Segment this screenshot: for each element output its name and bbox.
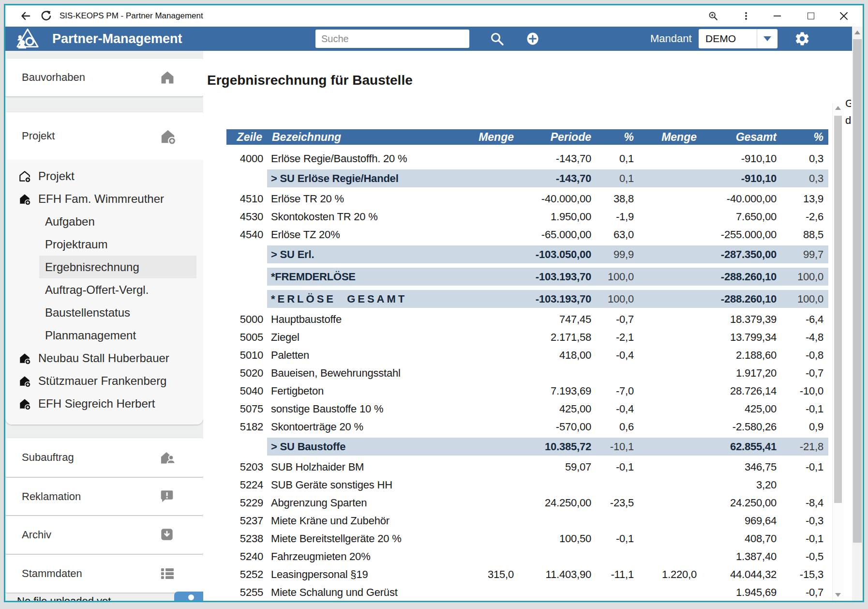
table-row[interactable]: 5182Skontoerträge 20 %-570,000,6-2.580,2… bbox=[226, 418, 828, 436]
scroll-down-icon[interactable] bbox=[835, 593, 841, 597]
close-button[interactable] bbox=[839, 12, 848, 20]
table-row[interactable]: 5238Miete Bereitstellgeräte 20 %100,50-0… bbox=[226, 530, 828, 548]
sidebar-item-bauvorhaben[interactable]: Bauvorhaben bbox=[5, 59, 203, 96]
tree-item[interactable]: EFH Fam. Wimmreuther bbox=[5, 187, 203, 210]
house-add-filled-icon bbox=[18, 192, 31, 206]
table-row[interactable]: 5224SUB Geräte sonstiges HH3,20 bbox=[226, 476, 828, 494]
table-cell bbox=[519, 583, 596, 601]
refresh-icon[interactable] bbox=[40, 10, 52, 22]
tree-item[interactable]: Planmanagement bbox=[5, 324, 203, 347]
add-icon[interactable] bbox=[525, 31, 540, 46]
search-icon[interactable] bbox=[490, 31, 504, 46]
upload-status-text: No file uploaded yet bbox=[5, 595, 203, 601]
table-cell bbox=[639, 548, 702, 565]
table-row[interactable]: 5075sonstige Baustoffe 10 %425,00-0,4425… bbox=[226, 400, 828, 418]
sidebar-item-archiv[interactable]: Archiv bbox=[5, 516, 203, 554]
table-cell: -143,70 bbox=[519, 167, 596, 190]
table-row[interactable]: 4530Skontokosten TR 20 %1.950,00-1,97.65… bbox=[226, 208, 828, 226]
table-cell: 10.385,72 bbox=[519, 436, 596, 458]
tree-item-label: Planmanagement bbox=[45, 329, 136, 342]
sidebar-item-label: Stammdaten bbox=[22, 555, 82, 593]
sidebar-item-stammdaten[interactable]: Stammdaten bbox=[5, 555, 203, 593]
minimize-button[interactable] bbox=[774, 15, 781, 16]
menu-kebab-icon[interactable] bbox=[741, 11, 751, 21]
search-input[interactable] bbox=[315, 30, 469, 48]
table-cell: 63,0 bbox=[596, 226, 639, 244]
table-cell: Baueisen, Bewehrungsstahl bbox=[267, 364, 461, 382]
table-cell bbox=[639, 150, 702, 167]
table-row[interactable]: 5203SUB Holzhaider BM59,07-0,1346,75-0,1 bbox=[226, 458, 828, 476]
tree-item[interactable]: Neubau Stall Huberbauer bbox=[5, 347, 203, 369]
table-cell bbox=[639, 436, 702, 458]
table-cell: 5203 bbox=[226, 458, 267, 476]
table-row[interactable]: *FREMDERLÖSE-103.193,70100,0-288.260,101… bbox=[226, 266, 828, 288]
tree-item[interactable]: EFH Siegreich Herbert bbox=[5, 392, 203, 415]
scroll-up-icon[interactable] bbox=[854, 30, 860, 34]
table-cell: 5238 bbox=[226, 530, 267, 548]
tree-item-label: Neubau Stall Huberbauer bbox=[38, 351, 169, 365]
sidebar-item-subauftrag[interactable]: Subauftrag bbox=[5, 438, 203, 477]
table-cell: 88,5 bbox=[781, 226, 828, 244]
table-cell: 5000 bbox=[226, 310, 267, 328]
table-cell bbox=[461, 244, 519, 266]
table-cell bbox=[596, 548, 639, 565]
table-row[interactable]: 5020Baueisen, Bewehrungsstahl1.917,20-0,… bbox=[226, 364, 828, 382]
tree-item[interactable]: Aufgaben bbox=[5, 210, 203, 233]
settings-gear-icon[interactable] bbox=[794, 30, 810, 47]
table-cell bbox=[461, 583, 519, 601]
tree-item[interactable]: Stützmauer Frankenberg bbox=[5, 369, 203, 392]
table-row[interactable]: > SU Erlöse Regie/Handel-143,700,1-910,1… bbox=[226, 167, 828, 190]
house-add-filled-icon bbox=[18, 374, 31, 388]
mandant-select[interactable]: DEMO bbox=[699, 29, 778, 48]
table-row[interactable]: 5237Miete Kräne und Zubehör969,64-0,3 bbox=[226, 512, 828, 530]
table-row[interactable]: 5240Fahrzeugmieten 20%1.387,40-0,5 bbox=[226, 548, 828, 565]
zoom-page-icon[interactable] bbox=[708, 11, 719, 22]
table-row[interactable]: 5040Fertigbeton7.193,69-7,028.726,14-10,… bbox=[226, 382, 828, 400]
report-scrollbar-thumb[interactable] bbox=[834, 116, 842, 503]
sidebar-item-projekt[interactable]: Projekt bbox=[5, 112, 203, 160]
table-row[interactable]: 5010Paletten418,00-0,42.188,60-0,8 bbox=[226, 346, 828, 364]
table-cell: Paletten bbox=[267, 346, 461, 364]
scroll-up-icon[interactable] bbox=[835, 106, 841, 110]
table-row[interactable]: 5229Abgrenzung Sparten24.250,00-23,524.2… bbox=[226, 494, 828, 512]
table-cell bbox=[639, 328, 702, 346]
table-cell: 99,7 bbox=[781, 244, 828, 266]
table-cell bbox=[596, 476, 639, 494]
table-cell: 5010 bbox=[226, 346, 267, 364]
table-cell: 24.250,00 bbox=[702, 494, 781, 512]
table-row[interactable]: 5255Miete Schalung und Gerüst1.945,69-0,… bbox=[226, 583, 828, 601]
upload-button[interactable] bbox=[174, 592, 203, 601]
tree-item[interactable]: Auftrag-Offert-Vergl. bbox=[5, 278, 203, 301]
tree-item[interactable]: Baustellenstatus bbox=[5, 301, 203, 324]
table-cell: 100,0 bbox=[596, 266, 639, 288]
back-icon[interactable] bbox=[20, 10, 31, 22]
table-row[interactable]: 4510Erlöse TR 20 %-40.000,0038,8-40.000,… bbox=[226, 190, 828, 208]
table-cell: 315,0 bbox=[461, 565, 519, 583]
window-scrollbar[interactable] bbox=[852, 27, 863, 601]
table-cell bbox=[781, 476, 828, 494]
tree-item[interactable]: Ergebnisrechnung bbox=[39, 256, 196, 278]
report-scrollbar[interactable] bbox=[832, 103, 844, 601]
chevron-down-icon[interactable] bbox=[757, 29, 778, 48]
table-row[interactable]: > SU Baustoffe10.385,72-10,162.855,41-21… bbox=[226, 436, 828, 458]
table-cell bbox=[639, 458, 702, 476]
table-cell bbox=[461, 226, 519, 244]
table-cell: Miete Kräne und Zubehör bbox=[267, 512, 461, 530]
table-cell: 1.387,40 bbox=[702, 548, 781, 565]
sidebar-item-reklamation[interactable]: Reklamation bbox=[5, 478, 203, 515]
window-scrollbar-thumb[interactable] bbox=[853, 39, 862, 543]
table-row[interactable]: 5000Hauptbaustoffe747,45-0,718.379,39-6,… bbox=[226, 310, 828, 328]
table-row[interactable]: 5005Ziegel2.171,58-2,113.799,34-4,8 bbox=[226, 328, 828, 346]
table-cell: -40.000,00 bbox=[702, 190, 781, 208]
table-cell: -0,5 bbox=[781, 548, 828, 565]
maximize-button[interactable] bbox=[808, 13, 814, 19]
tree-item[interactable]: Projekt bbox=[5, 165, 203, 187]
tree-item[interactable]: Projektraum bbox=[5, 233, 203, 256]
table-row[interactable]: > SU Erl.-103.050,0099,9-287.350,0099,7 bbox=[226, 244, 828, 266]
table-cell bbox=[461, 266, 519, 288]
table-cell: 24.250,00 bbox=[519, 494, 596, 512]
table-row[interactable]: 5252Leasingpersonal §19315,011.403,90-11… bbox=[226, 565, 828, 583]
table-row[interactable]: *ERLÖSE GESAMT-103.193,70100,0-288.260,1… bbox=[226, 288, 828, 310]
table-row[interactable]: 4540Erlöse TZ 20%-65.000,0063,0-255.000,… bbox=[226, 226, 828, 244]
table-row[interactable]: 4000Erlöse Regie/Baustoffh. 20 %-143,700… bbox=[226, 150, 828, 167]
